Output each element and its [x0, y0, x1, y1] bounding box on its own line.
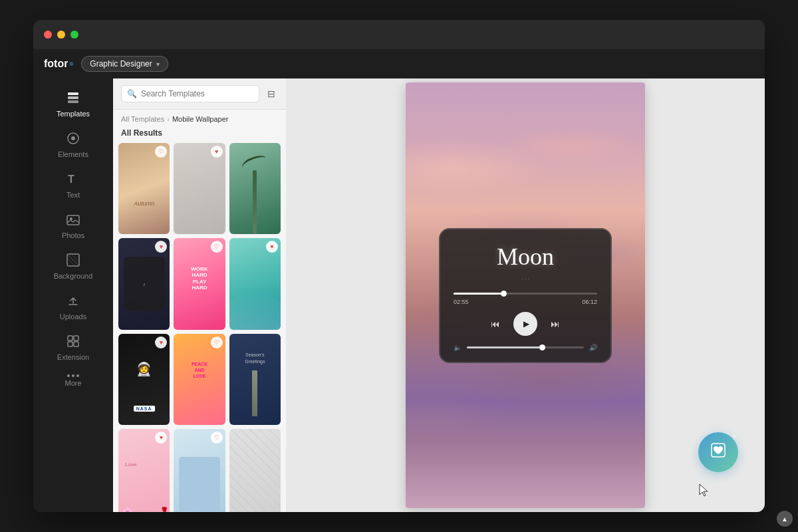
- template-text-5: WORKHARDPLAYHARD: [191, 266, 207, 291]
- player-controls: ⏮ ▶ ⏭: [454, 312, 597, 336]
- filter-button[interactable]: ⊟: [265, 86, 278, 102]
- svg-rect-11: [68, 342, 72, 346]
- search-icon: 🔍: [127, 89, 137, 98]
- titlebar: [33, 20, 765, 49]
- app-body: Templates Elements T Text: [33, 78, 765, 512]
- favorite-badge-7[interactable]: ♥: [155, 336, 167, 348]
- music-player-widget: Moon · · · 02:55 06:12: [439, 228, 612, 363]
- time-current: 02:55: [454, 299, 469, 305]
- text-icon: T: [66, 172, 80, 188]
- progress-fill: [454, 293, 504, 295]
- template-row-2: ♥ ♪ ♡ WORKHARDPLAYHARD ♥: [118, 238, 281, 329]
- search-input[interactable]: [141, 89, 253, 98]
- more-dots-icon: [67, 374, 79, 377]
- sidebar-photos-label: Photos: [62, 231, 84, 239]
- photos-icon: [66, 212, 80, 229]
- template-thumb-6[interactable]: ♥: [229, 238, 281, 329]
- app-window: fotor® Graphic Designer ▾ Templates: [33, 20, 765, 512]
- sidebar-item-uploads[interactable]: Uploads: [33, 287, 113, 327]
- template-thumb-5[interactable]: ♡ WORKHARDPLAYHARD: [174, 238, 225, 329]
- sidebar-text-label: Text: [66, 191, 80, 199]
- svg-rect-0: [68, 92, 78, 95]
- sidebar-background-label: Background: [54, 272, 93, 280]
- favorite-badge-10[interactable]: ♥: [155, 432, 167, 444]
- sidebar-more[interactable]: More: [59, 368, 86, 394]
- sidebar-item-background[interactable]: Background: [33, 246, 113, 287]
- sidebar-item-text[interactable]: T Text: [33, 165, 113, 205]
- chevron-down-icon: ▾: [156, 61, 160, 68]
- template-thumb-8[interactable]: ♡ PEACEANDLOVE: [174, 334, 225, 425]
- svg-point-4: [71, 136, 75, 140]
- favorite-badge-4[interactable]: ♥: [155, 241, 167, 253]
- play-pause-button[interactable]: ▶: [513, 312, 537, 336]
- logo: fotor®: [44, 58, 73, 70]
- layers-icon: [66, 90, 80, 107]
- wave-shape: [229, 293, 281, 330]
- music-card-icon: ♪: [124, 257, 165, 312]
- template-thumb-12[interactable]: [229, 429, 281, 512]
- svg-point-7: [70, 217, 72, 220]
- sidebar-item-templates[interactable]: Templates: [33, 84, 113, 124]
- template-thumb-7[interactable]: ♥ 🧑‍🚀 NASA: [118, 334, 170, 425]
- template-text-10: Love: [125, 462, 136, 467]
- canvas-content: Moon · · · 02:55 06:12: [406, 82, 645, 508]
- stripe-pattern: [229, 429, 281, 512]
- template-thumb-1[interactable]: ♡ Autumn: [118, 143, 170, 234]
- sidebar-more-label: More: [65, 379, 81, 387]
- sidebar-uploads-label: Uploads: [60, 313, 86, 321]
- search-box[interactable]: 🔍: [121, 85, 259, 102]
- template-thumb-3[interactable]: [229, 143, 281, 234]
- volume-max-icon: 🔊: [589, 344, 597, 351]
- player-subtitle: · · ·: [454, 276, 597, 282]
- favorite-badge-2[interactable]: ♥: [211, 146, 223, 158]
- sidebar-item-photos[interactable]: Photos: [33, 205, 113, 246]
- svg-rect-10: [74, 336, 78, 340]
- time-labels: 02:55 06:12: [454, 299, 597, 305]
- template-thumb-4[interactable]: ♥ ♪: [118, 238, 170, 329]
- sidebar-templates-label: Templates: [57, 110, 90, 118]
- progress-bar[interactable]: [454, 293, 597, 295]
- volume-icon: 🔈: [454, 344, 462, 351]
- template-thumb-11[interactable]: ♡: [174, 429, 225, 512]
- minimize-button[interactable]: [57, 31, 65, 39]
- mode-selector[interactable]: Graphic Designer ▾: [81, 56, 168, 72]
- template-thumb-2[interactable]: ♥: [174, 143, 225, 234]
- favorite-badge-1[interactable]: ♡: [155, 146, 167, 158]
- background-icon: [66, 253, 80, 269]
- template-row-4: ♥ 🌸 🌹 Love ♡: [118, 429, 281, 512]
- favorite-fab-button[interactable]: ✦: [698, 432, 738, 472]
- sidebar: Templates Elements T Text: [33, 78, 113, 512]
- heart-square-icon: [710, 442, 727, 463]
- svg-rect-6: [67, 215, 79, 225]
- sidebar-item-elements[interactable]: Elements: [33, 124, 113, 165]
- forward-button[interactable]: ⏭: [551, 319, 560, 329]
- favorite-badge-11[interactable]: ♡: [211, 432, 223, 444]
- favorite-badge-6[interactable]: ♥: [266, 241, 278, 253]
- template-text-8: PEACEANDLOVE: [192, 361, 207, 379]
- maximize-button[interactable]: [70, 31, 78, 39]
- templates-panel: 🔍 ⊟ All Templates › Mobile Wallpaper All…: [113, 78, 286, 512]
- canvas-background: Moon · · · 02:55 06:12: [406, 82, 645, 508]
- template-text-9: Season'sGreetings: [245, 352, 265, 365]
- templates-grid: ♡ Autumn ♥ ♥: [113, 143, 286, 512]
- sparkle-icon: ✦: [732, 434, 737, 440]
- svg-rect-1: [68, 96, 78, 99]
- template-thumb-9[interactable]: Season'sGreetings: [229, 334, 281, 425]
- volume-row: 🔈 🔊: [454, 344, 597, 351]
- template-row-1: ♡ Autumn ♥: [118, 143, 281, 234]
- favorite-badge-5[interactable]: ♡: [211, 241, 223, 253]
- astronaut-icon: 🧑‍🚀: [136, 361, 152, 377]
- volume-bar[interactable]: [467, 346, 584, 348]
- svg-rect-12: [74, 342, 78, 346]
- sidebar-item-extension[interactable]: Extension: [33, 327, 113, 368]
- template-text-1: Autumn: [134, 200, 154, 207]
- rewind-button[interactable]: ⏮: [491, 319, 500, 329]
- app-topbar: fotor® Graphic Designer ▾: [33, 49, 765, 78]
- close-button[interactable]: [44, 31, 52, 39]
- favorite-badge-8[interactable]: ♡: [211, 336, 223, 348]
- play-icon: ▶: [523, 319, 529, 329]
- breadcrumb-parent[interactable]: All Templates: [121, 115, 164, 123]
- template-thumb-10[interactable]: ♥ 🌸 🌹 Love: [118, 429, 170, 512]
- logo-dot: ®: [69, 61, 73, 67]
- breadcrumb: All Templates › Mobile Wallpaper: [113, 110, 286, 126]
